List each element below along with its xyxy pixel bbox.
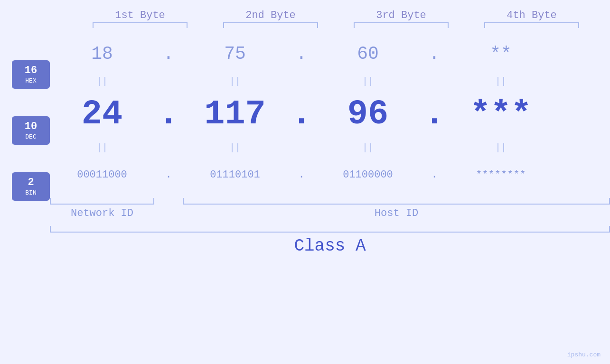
dec-dot1: . xyxy=(154,95,183,134)
data-rows: 18 . 75 . 60 . ** xyxy=(50,32,610,256)
top-bracket-1 xyxy=(93,22,188,28)
hex-b1-value: 18 xyxy=(91,44,113,64)
bin-badge: 2 BIN xyxy=(12,172,50,201)
network-bracket xyxy=(50,198,154,205)
hex-row: 18 . 75 . 60 . ** xyxy=(50,34,610,74)
dec-badge-num: 10 xyxy=(25,121,37,133)
spacer2 xyxy=(12,89,50,116)
bin-b2-value: 01110101 xyxy=(210,169,260,181)
host-id-label: Host ID xyxy=(183,207,610,219)
eq-row-2: || || || || xyxy=(50,140,610,155)
eq2-b2: || xyxy=(183,142,287,153)
byte3-header: 3rd Byte xyxy=(349,9,453,21)
bin-dot1-sym: . xyxy=(165,169,171,181)
host-bracket xyxy=(183,198,610,205)
bin-b1-value: 00011000 xyxy=(77,169,127,181)
hex-dot2-sym: . xyxy=(296,44,307,64)
byte1-header: 1st Byte xyxy=(88,9,192,21)
dec-row: 24 . 117 . 96 . *** xyxy=(50,88,610,140)
bin-b2-cell: 01110101 xyxy=(183,169,287,181)
network-id-label: Network ID xyxy=(50,207,154,219)
dec-b3-value: 96 xyxy=(347,95,388,134)
bin-row: 00011000 . 01110101 . 01100000 . xyxy=(50,155,610,195)
bin-b4-value: ******** xyxy=(476,169,526,181)
badges-column: 16 HEX 10 DEC 2 BIN xyxy=(0,32,50,201)
eq1-b3: || xyxy=(316,76,420,87)
hex-badge-num: 16 xyxy=(25,65,37,77)
spacer3 xyxy=(12,145,50,172)
dec-dot2-sym: . xyxy=(291,95,311,134)
hex-badge: 16 HEX xyxy=(12,60,50,89)
bin-dot2-sym: . xyxy=(298,169,304,181)
hex-b2-value: 75 xyxy=(224,44,246,64)
eq1-b2: || xyxy=(183,76,287,87)
hex-dot3-sym: . xyxy=(429,44,440,64)
eq-row-1: || || || || xyxy=(50,74,610,88)
hex-b2-cell: 75 xyxy=(183,44,287,64)
bin-dot3: . xyxy=(420,169,449,181)
top-bracket-3 xyxy=(354,22,449,28)
byte2-header: 2nd Byte xyxy=(218,9,323,21)
byte4-header: 4th Byte xyxy=(479,9,584,21)
dec-dot3: . xyxy=(420,95,449,134)
dec-dot2: . xyxy=(287,95,316,134)
hex-dot3: . xyxy=(420,44,449,64)
bin-b1-cell: 00011000 xyxy=(50,169,154,181)
hex-b3-value: 60 xyxy=(357,44,379,64)
eq2-b3: || xyxy=(316,142,420,153)
bin-b4-cell: ******** xyxy=(449,169,553,181)
watermark: ipshu.com xyxy=(567,351,601,358)
bin-dot1: . xyxy=(154,169,183,181)
byte-headers: 1st Byte 2nd Byte 3rd Byte 4th Byte xyxy=(75,9,597,21)
hex-dot1-sym: . xyxy=(163,44,174,64)
dec-b4-cell: *** xyxy=(449,95,553,134)
id-labels-row: Network ID Host ID xyxy=(50,207,610,219)
dec-dot3-sym: . xyxy=(424,95,444,134)
dec-b2-value: 117 xyxy=(204,95,266,134)
hex-dot1: . xyxy=(154,44,183,64)
hex-b4-value: ** xyxy=(490,44,512,64)
hex-dot2: . xyxy=(287,44,316,64)
eq1-b4: || xyxy=(449,76,553,87)
spacer1 xyxy=(12,36,50,60)
bin-dot2: . xyxy=(287,169,316,181)
bin-b3-value: 01100000 xyxy=(343,169,393,181)
dec-b1-cell: 24 xyxy=(50,95,154,134)
dec-b3-cell: 96 xyxy=(316,95,420,134)
eq1-b1: || xyxy=(50,76,154,87)
dec-badge-unit: DEC xyxy=(25,133,36,140)
eq2-b4: || xyxy=(449,142,553,153)
dec-badge: 10 DEC xyxy=(12,116,50,145)
bin-b3-cell: 01100000 xyxy=(316,169,420,181)
hex-b3-cell: 60 xyxy=(316,44,420,64)
class-label: Class A xyxy=(50,236,610,256)
bin-badge-unit: BIN xyxy=(25,189,36,196)
dec-b4-value: *** xyxy=(470,95,532,134)
bottom-brackets-row xyxy=(50,198,610,205)
hex-b1-cell: 18 xyxy=(50,44,154,64)
dec-dot1-sym: . xyxy=(158,95,178,134)
top-bracket-4 xyxy=(484,22,579,28)
dec-b2-cell: 117 xyxy=(183,95,287,134)
class-bracket xyxy=(50,226,610,233)
top-bracket-2 xyxy=(223,22,318,28)
eq2-b1: || xyxy=(50,142,154,153)
top-brackets xyxy=(75,22,597,28)
bin-badge-num: 2 xyxy=(28,177,34,189)
bin-dot3-sym: . xyxy=(431,169,437,181)
hex-b4-cell: ** xyxy=(449,44,553,64)
dec-b1-value: 24 xyxy=(82,95,122,134)
hex-badge-unit: HEX xyxy=(25,77,36,84)
main-container: 1st Byte 2nd Byte 3rd Byte 4th Byte 16 H… xyxy=(0,0,610,364)
